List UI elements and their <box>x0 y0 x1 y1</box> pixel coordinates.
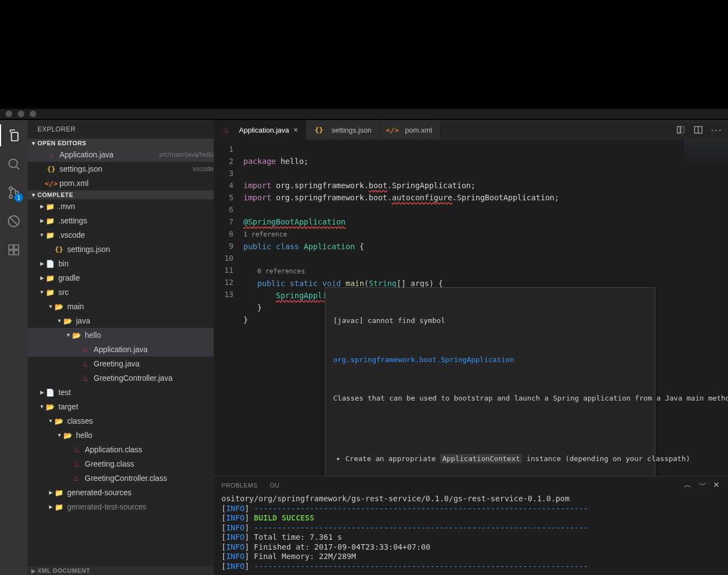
tree-item[interactable]: ▼📁.vscode <box>28 228 214 242</box>
chevron-down-icon[interactable]: ▼ <box>39 289 45 295</box>
tree-item[interactable]: ▶📄bin <box>28 256 214 271</box>
section-xml-document[interactable]: ▶ XML DOCUMENT <box>28 566 214 575</box>
folder-open-icon: 📂 <box>63 430 73 440</box>
tree-item[interactable]: ▶📁gradle <box>28 271 214 285</box>
tree-label: bin <box>58 259 214 268</box>
tree-label: classes <box>67 417 214 425</box>
debug-icon[interactable] <box>6 213 21 229</box>
compare-icon[interactable] <box>676 125 686 135</box>
tree-item[interactable]: ♨GreetingController.java <box>28 371 214 385</box>
tree-item[interactable]: ♨Application.java <box>28 342 214 357</box>
chevron-down-icon[interactable]: ▼ <box>39 404 45 409</box>
terminal-output[interactable]: ository/org/springframework/gs-rest-serv… <box>214 491 728 575</box>
java-icon: ♨ <box>221 125 231 135</box>
more-icon[interactable]: ··· <box>711 124 722 136</box>
tree-label: GreetingController.java <box>94 374 214 382</box>
line-number: 8 <box>214 228 243 240</box>
chevron-down-icon[interactable]: ▼ <box>56 432 63 438</box>
extensions-icon[interactable] <box>6 242 21 258</box>
tab-label: Application.java <box>239 126 289 134</box>
svg-rect-8 <box>14 245 19 249</box>
titlebar <box>0 109 728 119</box>
tree-item[interactable]: ▶📁.settings <box>28 213 214 228</box>
tree-item[interactable]: ▼📂main <box>28 299 214 314</box>
chevron-right-icon: ▶ <box>30 568 37 574</box>
tree-item[interactable]: ♨Greeting.java <box>28 357 214 371</box>
section-open-editors[interactable]: ▼ OPEN EDITORS <box>28 139 214 147</box>
chevron-down-icon[interactable]: ▼ <box>65 332 72 338</box>
tree-label: main <box>67 302 214 311</box>
tree-item[interactable]: ▼📁src <box>28 285 214 299</box>
folder-icon: 📁 <box>45 230 55 240</box>
chevron-right-icon[interactable]: ▶ <box>47 490 54 495</box>
chevron-right-icon[interactable]: ▶ <box>39 204 45 209</box>
line-number: 13 <box>214 288 243 300</box>
code-content[interactable]: package hello; import org.springframewor… <box>243 140 728 476</box>
tree-label: .settings <box>58 216 214 225</box>
java-icon: ♨ <box>46 150 56 160</box>
line-number: 6 <box>214 204 243 216</box>
file-label: Application.java <box>59 150 156 159</box>
chevron-down-icon[interactable]: ▼ <box>47 304 54 309</box>
chevron-right-icon[interactable]: ▶ <box>39 275 45 281</box>
line-number: 11 <box>214 264 243 276</box>
split-editor-icon[interactable] <box>693 125 703 135</box>
svg-point-1 <box>9 187 12 190</box>
codelens-references[interactable]: 0 references <box>257 267 305 275</box>
line-number: 10 <box>214 252 243 264</box>
folder-tree: ▶📁.mvn▶📁.settings▼📁.vscode{}settings.jso… <box>28 199 214 566</box>
panel-down-icon[interactable]: ﹀ <box>699 480 707 490</box>
tree-item[interactable]: ▼📂hello <box>28 328 214 342</box>
file-icon: 📄 <box>45 387 55 397</box>
panel-close-icon[interactable]: ✕ <box>713 480 720 490</box>
close-icon[interactable]: × <box>294 125 298 134</box>
tree-label: generated-sources <box>67 488 214 497</box>
tree-item[interactable]: ▶📁.mvn <box>28 199 214 213</box>
traffic-min[interactable] <box>18 111 24 117</box>
chevron-down-icon[interactable]: ▼ <box>39 232 45 238</box>
codelens-references[interactable]: 1 reference <box>243 231 287 238</box>
tree-item[interactable]: ▶📄test <box>28 385 214 399</box>
code-editor[interactable]: 12345678910111213 package hello; import … <box>214 140 728 476</box>
minimap[interactable] <box>684 140 728 162</box>
java-icon: ♨ <box>80 373 90 383</box>
editor-tab[interactable]: </>pom.xml <box>380 120 441 140</box>
line-number: 1 <box>214 143 243 155</box>
editor-tab[interactable]: {}settings.json <box>306 120 379 140</box>
hover-fqn[interactable]: org.springframework.boot.SpringApplicati… <box>333 354 647 365</box>
file-label: settings.json <box>59 165 188 173</box>
tree-item[interactable]: {}settings.json <box>28 242 214 256</box>
open-editor-item[interactable]: </>pom.xml <box>28 176 214 190</box>
hover-desc: Classes that can be used to bootstrap an… <box>333 393 647 404</box>
tree-label: src <box>58 288 214 297</box>
chevron-right-icon[interactable]: ▶ <box>47 504 54 510</box>
tree-label: java <box>76 316 214 325</box>
tree-item[interactable]: ▼📂hello <box>28 428 214 442</box>
panel-tab-problems[interactable]: PROBLEMS <box>221 480 258 491</box>
panel-tab-output[interactable]: OU <box>270 480 280 491</box>
tree-item[interactable]: ▼📂java <box>28 314 214 328</box>
panel-up-icon[interactable]: ︿ <box>684 480 692 490</box>
tree-item[interactable]: ▼📂target <box>28 399 214 414</box>
editor-tab[interactable]: ♨Application.java× <box>214 120 306 140</box>
chevron-right-icon[interactable]: ▶ <box>39 218 45 223</box>
line-number: 5 <box>214 191 243 204</box>
source-control-icon[interactable]: 1 <box>6 185 21 200</box>
explorer-icon[interactable] <box>6 128 21 143</box>
open-editor-item[interactable]: ♨Application.javasrc/main/java/hello <box>28 147 214 162</box>
tree-item[interactable]: ▼📂classes <box>28 414 214 428</box>
chevron-right-icon[interactable]: ▶ <box>39 261 45 266</box>
traffic-close[interactable] <box>6 111 12 117</box>
tree-item[interactable]: ♨Application.class <box>28 442 214 457</box>
section-folder[interactable]: ▼ COMPLETE <box>28 190 214 199</box>
tree-item[interactable]: ▶📁generated-sources <box>28 485 214 500</box>
traffic-max[interactable] <box>30 111 36 117</box>
chevron-down-icon[interactable]: ▼ <box>56 318 63 324</box>
open-editor-item[interactable]: {}settings.json.vscode <box>28 162 214 176</box>
tree-item[interactable]: ▶📁generated-test-sources <box>28 500 214 514</box>
chevron-down-icon[interactable]: ▼ <box>47 418 54 424</box>
chevron-right-icon[interactable]: ▶ <box>39 390 45 395</box>
tree-item[interactable]: ♨GreetingController.class <box>28 471 214 485</box>
tree-item[interactable]: ♨Greeting.class <box>28 457 214 471</box>
search-icon[interactable] <box>6 156 21 172</box>
